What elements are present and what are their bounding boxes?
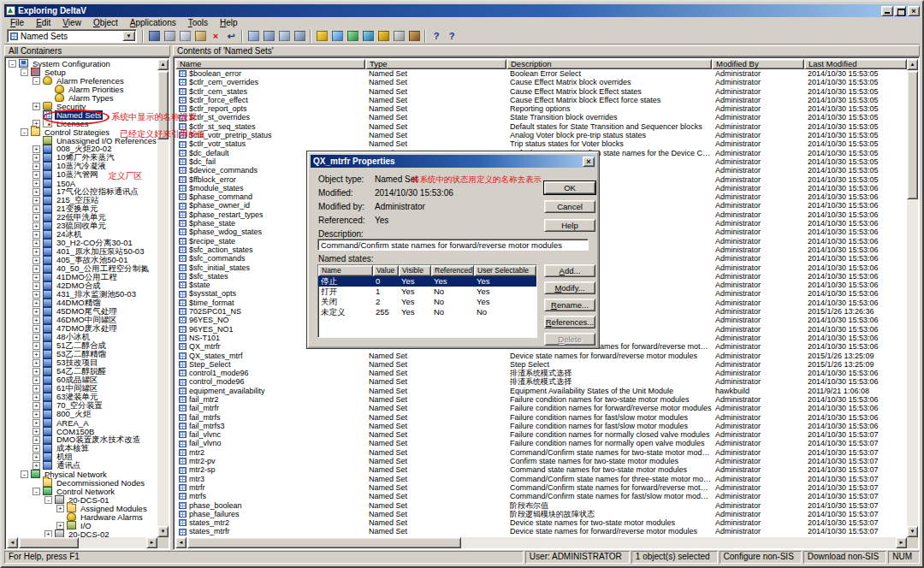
tree-expander[interactable]: +	[33, 274, 40, 281]
table-row[interactable]: control1_mode96Named Set排渣系统模式选择Administ…	[175, 369, 907, 377]
tree-expander[interactable]: +	[33, 282, 40, 290]
tree-expander[interactable]: +	[33, 257, 40, 264]
alarm-bell-icon[interactable]	[376, 29, 391, 44]
named-state-row[interactable]: 关闭2YesNoYes	[318, 297, 536, 307]
named-state-row[interactable]: 打开1YesNoYes	[318, 287, 536, 297]
table-row[interactable]: fail_mtrfrNamed SetFailure condition nam…	[175, 404, 907, 412]
table-row[interactable]: $ctlr_st_overridesNamed SetState Transit…	[175, 113, 907, 121]
states-column-header-name[interactable]: Name	[318, 265, 373, 276]
tree-expander[interactable]: +	[33, 359, 40, 367]
dialog-title-bar[interactable]: QX_mtrfr Properties ×	[311, 155, 595, 168]
table-row[interactable]: $ctlr_votr_pretrip_statusNamed SetAnalog…	[175, 131, 907, 139]
table-row[interactable]: fail_vlvncNamed SetFailure condition nam…	[175, 430, 907, 439]
tree-expander[interactable]: -	[21, 68, 28, 76]
download-icon[interactable]	[314, 29, 329, 44]
delete-icon[interactable]: ×	[208, 29, 223, 44]
tree-item[interactable]: +10蒸汽管网	[7, 170, 157, 179]
tree-item[interactable]: -20-DCS-01	[7, 495, 157, 504]
tree-expander[interactable]: -	[21, 128, 28, 136]
tree-item[interactable]: Decommissioned Nodes	[7, 478, 157, 487]
scroll-thumb[interactable]	[187, 537, 461, 548]
tree-item[interactable]: +AREA_A	[7, 418, 157, 427]
tree-item[interactable]: Hardware Alarms	[7, 512, 157, 521]
table-row[interactable]: mtr2Named SetCommand/Confirm state names…	[175, 448, 907, 457]
tree-expander[interactable]: +	[33, 205, 40, 213]
menu-help[interactable]: Help	[214, 17, 244, 28]
ok-button[interactable]: OK	[544, 181, 595, 194]
table-row[interactable]: control_mode96Named Set排渣系统模式选择Administr…	[175, 377, 907, 386]
table-row[interactable]: mtrfrNamed SetCommand/Confirm state name…	[175, 483, 907, 492]
scroll-left-icon[interactable]: ◄	[175, 537, 187, 548]
table-horizontal-scrollbar[interactable]: ◄ ►	[175, 537, 907, 548]
tree-expander[interactable]: +	[33, 317, 40, 324]
tree-expander[interactable]: +	[33, 462, 40, 470]
tree-expander[interactable]: +	[33, 445, 40, 453]
control-studio-icon[interactable]	[345, 29, 360, 44]
upload-icon[interactable]	[329, 29, 345, 44]
table-vertical-scrollbar[interactable]: ▲ ▼	[907, 59, 918, 537]
tree-expander[interactable]: +	[33, 436, 40, 444]
table-row[interactable]: states_mtr2Named SetDevice state names f…	[175, 518, 907, 527]
tree-horizontal-scrollbar[interactable]: ◄ ►	[7, 537, 157, 548]
tree-item[interactable]: +成本核算	[7, 444, 157, 453]
named-state-row[interactable]: 未定义255YesNoNo	[318, 307, 536, 317]
table-row[interactable]: $ctlr_force_effectNamed SetCause Effect …	[175, 96, 907, 104]
tree-item[interactable]: +Licenses	[7, 119, 157, 127]
tree-expander[interactable]: +	[33, 214, 40, 222]
tree-expander[interactable]: +	[33, 308, 40, 316]
tree-expander[interactable]: +	[33, 171, 40, 179]
tree-expander[interactable]: +	[33, 222, 40, 230]
rename-button[interactable]: Rename...	[544, 299, 595, 311]
tree-expander[interactable]: +	[33, 419, 40, 427]
table-row[interactable]: QX_states_mtrfNamed SetDevice state name…	[175, 352, 907, 360]
table-row[interactable]: $boolean_errorNamed SetBoolean Error Sel…	[175, 69, 907, 78]
scroll-right-icon[interactable]: ►	[146, 537, 157, 548]
menu-view[interactable]: View	[56, 17, 87, 28]
tree-item[interactable]: Alarm Types	[7, 93, 157, 102]
column-header-modified-by[interactable]: Modified By	[712, 59, 804, 69]
navigate-up-icon[interactable]	[146, 29, 162, 44]
tree-expander[interactable]: +	[33, 103, 40, 110]
tree-expander[interactable]: -	[44, 496, 52, 504]
table-row[interactable]: fail_mtr2Named SetFailure condition name…	[175, 395, 907, 404]
undo-icon[interactable]: ↩	[223, 29, 239, 44]
diagnostics-icon[interactable]	[360, 29, 376, 44]
tree-expander[interactable]: +	[33, 240, 40, 247]
table-row[interactable]: phase_booleanNamed Set阶段布尔值Administrator…	[175, 501, 907, 510]
title-bar[interactable]: Exploring DeltaV ×	[4, 4, 920, 17]
scroll-right-icon[interactable]: ►	[896, 537, 907, 548]
tree-expander[interactable]: +	[56, 505, 64, 512]
tree-item[interactable]: -Control Strategies	[7, 127, 157, 136]
column-header-type[interactable]: Type	[365, 59, 506, 69]
states-column-header-visible[interactable]: Visible	[399, 265, 431, 276]
tree-item[interactable]: +I/O	[7, 521, 157, 530]
table-row[interactable]: fail_mtrfsNamed SetFailure condition nam…	[175, 413, 907, 422]
tree-expander[interactable]: +	[33, 163, 40, 170]
table-row[interactable]: mtr2-pvNamed SetConfirm state names for …	[175, 457, 907, 465]
scroll-up-icon[interactable]: ▲	[157, 59, 169, 70]
dialog-close-icon[interactable]: ×	[583, 157, 595, 167]
tree-expander[interactable]: +	[33, 299, 40, 307]
description-input[interactable]: Command/Confirm state names for forward/…	[317, 239, 589, 251]
context-help-icon[interactable]: ?	[444, 29, 459, 44]
tree-expander[interactable]: +	[33, 402, 40, 410]
details-view-icon[interactable]	[292, 29, 307, 44]
table-row[interactable]: mtr2-spNamed SetCommand state names for …	[175, 465, 907, 474]
close-button[interactable]: ×	[908, 6, 920, 16]
chevron-down-icon[interactable]: ▼	[122, 31, 135, 41]
tree-expander[interactable]: -	[33, 77, 40, 85]
modify-button[interactable]: Modify...	[544, 281, 595, 294]
tree-expander[interactable]: +	[33, 188, 40, 196]
print-icon[interactable]	[391, 29, 406, 44]
tree-item[interactable]: -Alarm Preferences	[7, 76, 157, 85]
tree-expander[interactable]: +	[33, 368, 40, 376]
tree-expander[interactable]: -	[21, 470, 28, 478]
tree-expander[interactable]: +	[33, 291, 40, 299]
tree-item[interactable]: +通讯点	[7, 461, 157, 470]
tree-expander[interactable]: +	[33, 428, 40, 435]
column-header-last-modified[interactable]: Last Modified	[804, 59, 907, 69]
menu-tools[interactable]: Tools	[182, 17, 214, 28]
tree-expander[interactable]: +	[33, 342, 40, 350]
tree-item[interactable]: Alarm Priorities	[7, 85, 157, 93]
tree-expander[interactable]: +	[33, 145, 40, 153]
